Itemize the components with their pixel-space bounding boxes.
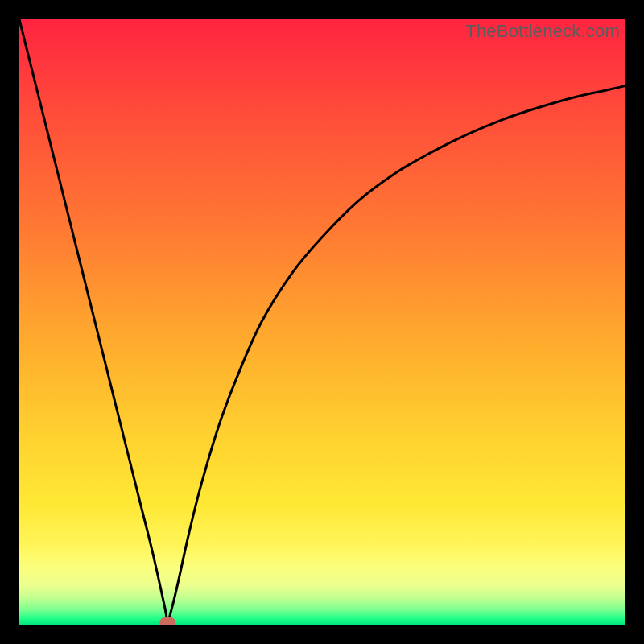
- watermark-text: TheBottleneck.com: [465, 21, 620, 42]
- bottleneck-curve: [19, 19, 625, 622]
- chart-frame: TheBottleneck.com: [19, 19, 625, 625]
- minimum-marker: [159, 617, 175, 625]
- chart-plot: [19, 19, 625, 625]
